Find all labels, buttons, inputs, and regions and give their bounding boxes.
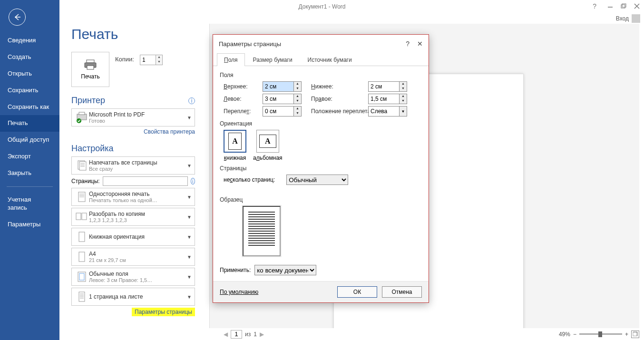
copies-label: Копии:: [115, 56, 134, 63]
dialog-title: Параметры страницы: [219, 40, 281, 48]
sidebar-item-open[interactable]: Открыть: [0, 66, 59, 82]
sidebar-item-new[interactable]: Создать: [0, 49, 59, 66]
group-pages-label: Страницы: [220, 165, 422, 172]
close-button[interactable]: [633, 2, 641, 10]
printer-name: Microsoft Print to PDF: [89, 111, 185, 118]
bottom-margin-label: Нижнее:: [311, 83, 363, 90]
duplex-selector[interactable]: Односторонняя печатьПечатать только на о…: [71, 188, 195, 206]
print-button[interactable]: Печать: [71, 52, 109, 87]
sidebar-item-saveas[interactable]: Сохранить как: [0, 99, 59, 116]
pages-per-sheet-selector[interactable]: 1 страница на листе ▼: [71, 288, 195, 306]
back-button[interactable]: [9, 9, 26, 26]
printer-info-icon[interactable]: i: [188, 97, 195, 104]
page-single-icon: [75, 190, 89, 204]
paper-label: A4: [89, 251, 185, 257]
left-margin-spinner[interactable]: ▲▼: [263, 94, 306, 104]
sidebar-item-export[interactable]: Экспорт: [0, 148, 59, 165]
tab-paper-size[interactable]: Размер бумаги: [246, 53, 300, 66]
svg-point-10: [77, 118, 81, 123]
duplex-label: Односторонняя печать: [89, 191, 185, 197]
print-scope-selector[interactable]: Напечатать все страницыВсе сразу ▼: [71, 156, 195, 175]
arrow-left-icon: [13, 13, 21, 21]
sidebar-item-options[interactable]: Параметры: [0, 216, 59, 233]
group-margins-label: Поля: [220, 72, 422, 78]
zoom-out-button[interactable]: −: [573, 331, 576, 338]
zoom-in-button[interactable]: +: [625, 331, 628, 338]
cancel-button[interactable]: Отмена: [382, 286, 422, 298]
gutter-pos-label: Положение переплета:: [311, 108, 363, 115]
backstage-sidebar: Сведения Создать Открыть Сохранить Сохра…: [0, 0, 59, 340]
multi-pages-select[interactable]: Обычный: [286, 175, 348, 185]
tab-margins[interactable]: Поля: [217, 53, 245, 66]
group-orientation-label: Ориентация: [220, 120, 422, 127]
gutter-label: Переплет:: [224, 108, 258, 115]
document-title: Документ1 - Word: [298, 3, 345, 10]
orientation-selector[interactable]: Книжная ориентация ▼: [71, 228, 195, 246]
avatar-icon: [632, 14, 640, 23]
svg-rect-21: [82, 213, 87, 220]
printer-icon: [84, 59, 97, 70]
chevron-down-icon: ▼: [187, 163, 192, 168]
orientation-landscape[interactable]: A альбомная: [253, 130, 283, 161]
svg-rect-5: [87, 60, 94, 63]
printer-selector[interactable]: Microsoft Print to PDF Готово ▼: [71, 108, 195, 126]
sidebar-item-print[interactable]: Печать: [0, 115, 59, 132]
chevron-down-icon: ▼: [187, 234, 192, 240]
printer-section-title: Принтер: [71, 96, 105, 106]
collate-selector[interactable]: Разобрать по копиям1,2,3 1,2,3 1,2,3 ▼: [71, 208, 195, 226]
print-heading: Печать: [71, 26, 195, 42]
margins-selector[interactable]: Обычные поляЛевое: 3 см Правое: 1,5… ▼: [71, 268, 195, 286]
page-setup-link[interactable]: Параметры страницы: [71, 308, 195, 316]
bottom-margin-input[interactable]: [368, 81, 400, 92]
printer-properties-link[interactable]: Свойства принтера: [71, 128, 195, 135]
right-margin-input[interactable]: [368, 94, 400, 104]
default-button[interactable]: По умолчанию: [220, 289, 258, 295]
copies-up[interactable]: ▲: [156, 55, 162, 60]
pages-info-icon[interactable]: i: [191, 178, 195, 185]
dialog-titlebar: Параметры страницы ? ✕: [213, 35, 429, 53]
scope-sub: Все сразу: [89, 166, 185, 172]
gutter-pos-select[interactable]: ▼: [368, 106, 412, 117]
page-of-label: из: [245, 331, 251, 338]
dialog-close-button[interactable]: ✕: [417, 40, 423, 48]
page-number-input[interactable]: [231, 330, 242, 339]
user-login[interactable]: Вход: [616, 14, 640, 23]
sidebar-item-save[interactable]: Сохранить: [0, 82, 59, 99]
copies-spinner[interactable]: ▲▼: [140, 55, 163, 65]
right-margin-spinner[interactable]: ▲▼: [368, 94, 412, 104]
help-button[interactable]: ?: [593, 2, 596, 10]
zoom-thumb[interactable]: [598, 331, 602, 337]
orientation-portrait[interactable]: A книжная: [224, 130, 246, 161]
next-page-button[interactable]: ▶: [260, 331, 264, 338]
sidebar-item-share[interactable]: Общий доступ: [0, 132, 59, 148]
collate-sub: 1,2,3 1,2,3 1,2,3: [89, 217, 185, 223]
sidebar-item-account[interactable]: Учетная запись: [0, 192, 59, 216]
copies-input[interactable]: [140, 55, 156, 65]
gutter-spinner[interactable]: ▲▼: [263, 106, 306, 117]
svg-rect-12: [79, 162, 86, 170]
top-margin-spinner[interactable]: ▲▼: [263, 81, 306, 92]
apply-to-label: Применить:: [220, 267, 251, 273]
sidebar-item-close[interactable]: Закрыть: [0, 165, 59, 182]
apply-to-select[interactable]: ко всему документу: [254, 265, 316, 275]
restore-button[interactable]: [619, 2, 628, 10]
copies-down[interactable]: ▼: [156, 60, 162, 65]
prev-page-button[interactable]: ◀: [224, 331, 228, 338]
zoom-value: 49%: [559, 331, 570, 338]
paper-size-selector[interactable]: A421 см x 29,7 см ▼: [71, 248, 195, 266]
minimize-button[interactable]: [606, 2, 615, 10]
pages-icon: [75, 158, 89, 173]
top-margin-input[interactable]: [263, 81, 294, 92]
left-margin-input[interactable]: [263, 94, 294, 104]
title-bar: Документ1 - Word ?: [0, 0, 644, 13]
paper-sub: 21 см x 29,7 см: [89, 257, 185, 263]
fit-page-button[interactable]: ❐: [631, 330, 639, 338]
tab-paper-source[interactable]: Источник бумаги: [301, 53, 359, 66]
gutter-input[interactable]: [263, 106, 294, 117]
bottom-margin-spinner[interactable]: ▲▼: [368, 81, 412, 92]
pages-input[interactable]: [103, 176, 188, 186]
sidebar-item-info[interactable]: Сведения: [0, 32, 59, 49]
ok-button[interactable]: ОК: [337, 286, 377, 298]
zoom-slider[interactable]: [579, 333, 622, 335]
dialog-help-button[interactable]: ?: [406, 40, 410, 48]
